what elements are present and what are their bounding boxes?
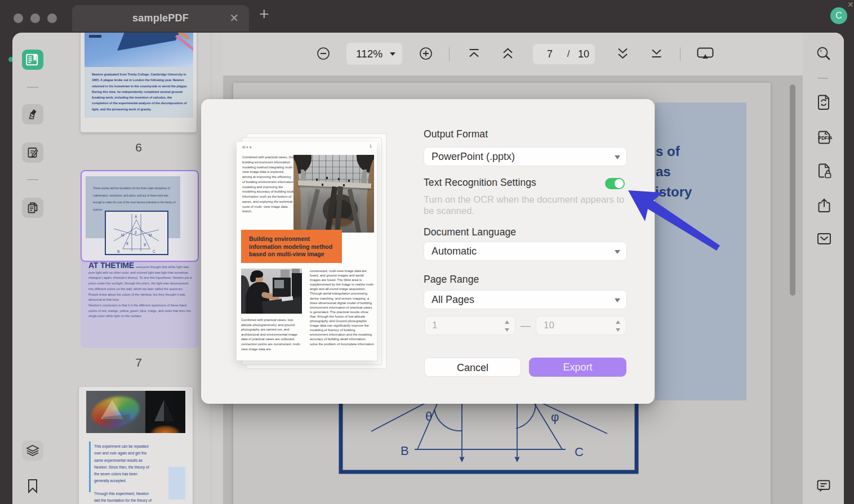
svg-text:C: C: [153, 249, 155, 253]
svg-text:A: A: [135, 215, 137, 218]
svg-text:M: M: [121, 233, 124, 237]
svg-text:β: β: [135, 230, 137, 235]
svg-text:M: M: [149, 233, 152, 237]
svg-text:φ: φ: [551, 410, 559, 424]
svg-text:PDF/A: PDF/A: [819, 135, 833, 141]
svg-text:B: B: [401, 444, 409, 458]
svg-text:θ: θ: [425, 409, 432, 423]
svg-text:B: B: [117, 249, 119, 253]
svg-text:C: C: [575, 445, 584, 459]
svg-text:φ: φ: [144, 242, 146, 247]
svg-text:θ: θ: [126, 242, 128, 246]
